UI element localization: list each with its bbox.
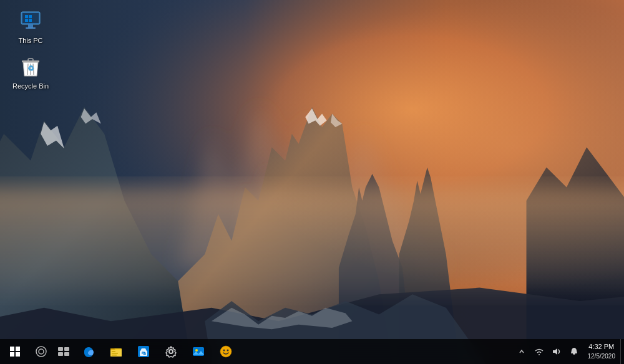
store-icon: 🛍: [137, 345, 150, 358]
clock-date: 12/5/2020: [588, 352, 616, 361]
notifications-icon: [570, 347, 578, 356]
svg-rect-20: [58, 347, 63, 351]
svg-point-18: [36, 347, 46, 357]
edge-icon: [82, 345, 95, 358]
svg-point-36: [223, 350, 225, 352]
taskbar-edge-button[interactable]: [75, 339, 102, 364]
svg-point-19: [39, 349, 44, 354]
svg-rect-7: [26, 27, 36, 29]
desktop-icon-this-pc[interactable]: This PC: [9, 6, 52, 47]
chevron-up-icon: [519, 348, 525, 355]
svg-rect-11: [29, 19, 32, 22]
search-icon: [36, 346, 47, 357]
taskbar-settings-button[interactable]: [157, 339, 185, 364]
svg-rect-23: [64, 352, 69, 356]
svg-point-35: [220, 346, 232, 357]
this-pc-icon: [18, 9, 43, 34]
show-hidden-icons-button[interactable]: [513, 339, 530, 364]
network-tray-button[interactable]: [530, 339, 548, 364]
windows-logo-icon: [10, 347, 20, 357]
taskbar-emoji-button[interactable]: [212, 339, 240, 364]
svg-rect-3: [0, 0, 624, 364]
svg-rect-10: [25, 19, 28, 22]
svg-rect-16: [28, 59, 33, 61]
svg-point-37: [227, 350, 229, 352]
svg-rect-8: [25, 15, 28, 18]
taskbar-store-button[interactable]: 🛍: [130, 339, 157, 364]
svg-text:♻: ♻: [27, 64, 34, 73]
recycle-bin-icon: ♻: [18, 54, 43, 79]
cortana-search-button[interactable]: [30, 339, 52, 364]
svg-rect-28: [112, 355, 117, 356]
svg-rect-22: [58, 352, 63, 356]
taskbar-explorer-button[interactable]: [102, 339, 130, 364]
volume-icon: [552, 347, 562, 356]
emoji-icon: [219, 345, 233, 358]
system-clock[interactable]: 4:32 PM 12/5/2020: [583, 339, 621, 364]
start-button[interactable]: [0, 339, 30, 364]
file-explorer-icon: [109, 345, 123, 358]
photos-icon: [192, 345, 205, 358]
svg-point-34: [195, 349, 198, 352]
mountain-landscape: [0, 0, 624, 364]
task-view-button[interactable]: [52, 339, 75, 364]
svg-rect-6: [28, 24, 33, 27]
show-desktop-button[interactable]: [620, 339, 624, 364]
svg-text:🛍: 🛍: [142, 351, 146, 355]
svg-point-32: [169, 350, 173, 353]
recycle-bin-label: Recycle Bin: [12, 82, 49, 90]
svg-rect-9: [29, 15, 32, 18]
settings-icon: [164, 345, 178, 358]
notifications-tray-button[interactable]: [565, 339, 583, 364]
svg-rect-27: [112, 353, 118, 354]
this-pc-label: This PC: [18, 36, 42, 45]
desktop-icon-recycle-bin[interactable]: ♻ Recycle Bin: [9, 52, 52, 93]
taskbar-photos-button[interactable]: [185, 339, 212, 364]
clock-time: 4:32 PM: [588, 342, 614, 352]
desktop: This PC ♻ Recycle Bin: [0, 0, 624, 364]
taskbar: 🛍: [0, 339, 624, 364]
network-icon: [534, 347, 544, 356]
svg-rect-21: [64, 347, 69, 351]
task-view-icon: [58, 347, 69, 356]
volume-tray-button[interactable]: [548, 339, 565, 364]
system-tray: 4:32 PM 12/5/2020: [513, 339, 625, 364]
svg-rect-26: [112, 351, 115, 352]
